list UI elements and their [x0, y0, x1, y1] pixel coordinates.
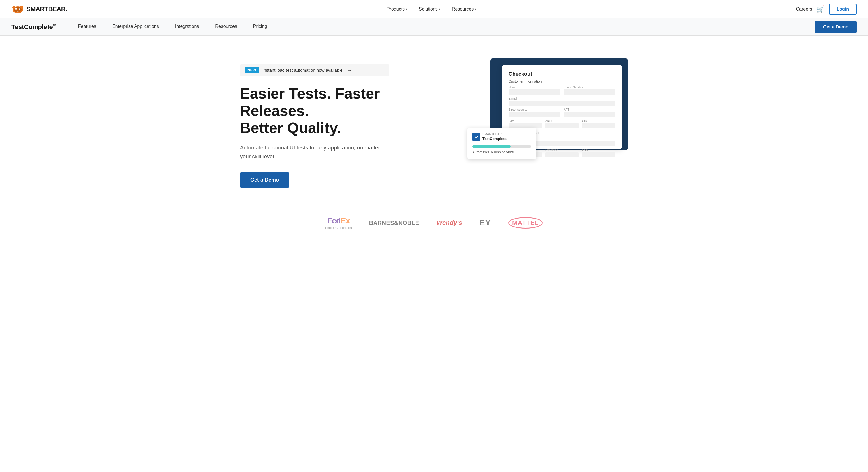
running-tests-text: Automatically running tests... — [472, 150, 531, 154]
smartbear-wordmark: SMARTBEAR. — [26, 5, 67, 13]
svg-point-7 — [19, 8, 20, 9]
checkout-zip-field: City — [582, 119, 615, 128]
announcement-text: Instant load test automation now availab… — [262, 68, 342, 72]
tc-product-label: TestComplete — [482, 136, 507, 141]
solutions-chevron-icon: ▾ — [439, 7, 440, 11]
fedex-corporation-text: FedEx Corporation — [325, 226, 352, 229]
checkout-name-row: Name Phone Number — [508, 86, 615, 95]
checkout-email-field: E-mail — [508, 97, 615, 106]
svg-rect-8 — [474, 134, 479, 139]
sub-nav-links: Features Enterprise Applications Integra… — [70, 19, 815, 36]
checkout-name-field: Name — [508, 86, 560, 95]
login-button[interactable]: Login — [829, 4, 857, 14]
checkout-apt-field: APT — [564, 108, 615, 117]
hero-illustration: Checkout Customer Information Name Phone… — [467, 59, 628, 156]
sub-navigation: TestComplete™ Features Enterprise Applic… — [0, 19, 868, 36]
wendys-logo: Wendy's — [437, 219, 462, 227]
top-nav-links: Products ▾ Solutions ▾ Resources ▾ — [382, 4, 481, 14]
announcement-banner[interactable]: NEW Instant load test automation now ava… — [240, 64, 389, 76]
testcomplete-brand[interactable]: TestComplete™ — [11, 23, 56, 31]
checkout-title: Checkout — [508, 71, 615, 77]
sub-nav-cta: Get a Demo — [815, 21, 857, 33]
nav-products[interactable]: Products ▾ — [382, 4, 412, 14]
announcement-arrow-icon: → — [347, 68, 352, 73]
checkout-address-row: Street Address APT — [508, 108, 615, 117]
testcomplete-float-card: SMARTBEAR TestComplete Automatically run… — [467, 128, 536, 159]
tc-smartbear-label: SMARTBEAR — [482, 133, 507, 136]
fedex-logo: FedEx FedEx Corporation — [325, 216, 352, 229]
hero-content: NEW Instant load test automation now ava… — [240, 59, 412, 188]
checkout-email-row: E-mail — [508, 97, 615, 106]
progress-bar-fill — [472, 145, 510, 148]
hero-subtext: Automate functional UI tests for any app… — [240, 143, 383, 161]
logos-section: FedEx FedEx Corporation BARNES&NOBLE Wen… — [0, 205, 868, 247]
hero-section: NEW Instant load test automation now ava… — [217, 36, 651, 205]
smartbear-logo-icon — [11, 5, 24, 14]
nav-resources[interactable]: Resources ▾ — [447, 4, 481, 14]
progress-bar-background — [472, 145, 531, 148]
svg-point-6 — [16, 8, 17, 9]
cart-icon[interactable]: 🛒 — [817, 5, 825, 13]
barnes-noble-logo: BARNES&NOBLE — [369, 220, 420, 226]
mattel-logo: MATTEL — [508, 217, 543, 229]
checkout-city-field: City — [508, 119, 542, 128]
logo[interactable]: SMARTBEAR. — [11, 5, 67, 14]
cvv-field: CVV — [582, 148, 615, 158]
subnav-enterprise-applications[interactable]: Enterprise Applications — [104, 19, 167, 36]
subnav-get-demo-button[interactable]: Get a Demo — [815, 21, 857, 33]
hero-get-demo-button[interactable]: Get a Demo — [240, 172, 289, 188]
subnav-pricing[interactable]: Pricing — [245, 19, 275, 36]
nav-solutions[interactable]: Solutions ▾ — [414, 4, 445, 14]
checkout-street-field: Street Address — [508, 108, 560, 117]
subnav-features[interactable]: Features — [70, 19, 104, 36]
expiration-field: Expiration — [546, 148, 579, 158]
tc-card-logo-area: SMARTBEAR TestComplete — [472, 133, 531, 141]
tc-logo-icon — [472, 133, 480, 141]
subnav-resources[interactable]: Resources — [207, 19, 245, 36]
subnav-integrations[interactable]: Integrations — [167, 19, 207, 36]
products-chevron-icon: ▾ — [406, 7, 407, 11]
checkout-phone-field: Phone Number — [564, 86, 615, 95]
checkout-city-row: City State City — [508, 119, 615, 128]
customer-info-label: Customer Information — [508, 79, 615, 83]
hero-headline: Easier Tests. Faster Releases. Better Qu… — [240, 85, 412, 136]
resources-chevron-icon: ▾ — [475, 7, 476, 11]
top-nav-right: Careers 🛒 Login — [796, 4, 857, 14]
nav-careers[interactable]: Careers — [796, 7, 812, 12]
checkout-state-field: State — [546, 119, 579, 128]
ey-logo: EY — [479, 218, 491, 227]
new-badge: NEW — [245, 67, 259, 73]
top-navigation: SMARTBEAR. Products ▾ Solutions ▾ Resour… — [0, 0, 868, 19]
